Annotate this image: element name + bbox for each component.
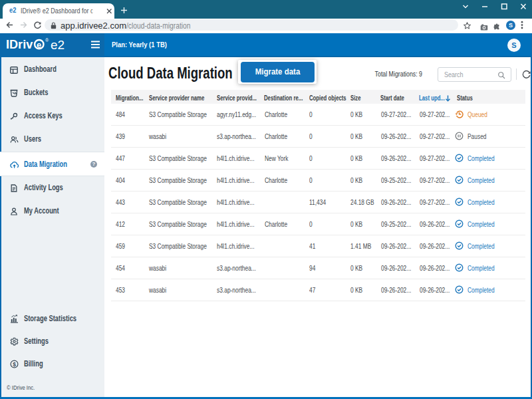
- svg-text:$: $: [13, 361, 16, 368]
- svg-text:e: e: [37, 40, 41, 50]
- svg-text:®: ®: [45, 38, 49, 43]
- svg-text:e2: e2: [51, 38, 65, 52]
- svg-text:IDriv: IDriv: [6, 37, 33, 51]
